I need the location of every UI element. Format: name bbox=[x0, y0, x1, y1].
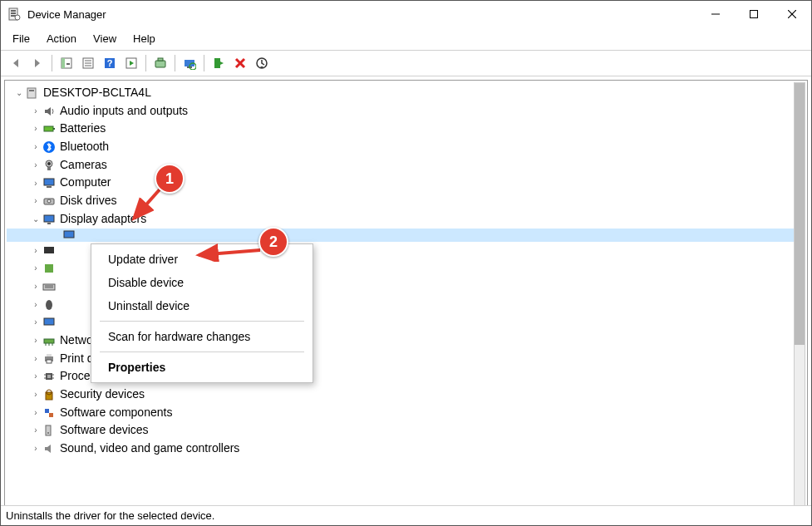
bluetooth-icon bbox=[42, 140, 57, 154]
expand-icon[interactable]: › bbox=[30, 159, 42, 172]
expand-icon[interactable]: › bbox=[30, 370, 42, 383]
tree-label: Sound, video and game controllers bbox=[60, 440, 239, 458]
ctx-uninstall-device[interactable]: Uninstall device bbox=[91, 294, 312, 317]
tree-node-bluetooth[interactable]: › Bluetooth bbox=[7, 138, 805, 156]
expand-icon[interactable]: › bbox=[30, 105, 42, 118]
svg-line-69 bbox=[134, 189, 160, 219]
tree-node-cameras[interactable]: › Cameras bbox=[7, 156, 805, 175]
camera-icon bbox=[42, 159, 57, 172]
svg-rect-50 bbox=[44, 339, 54, 343]
svg-rect-36 bbox=[44, 179, 54, 185]
tree-node-security[interactable]: › Security devices bbox=[7, 386, 805, 404]
ctx-separator bbox=[100, 351, 304, 352]
status-text: Uninstalls the driver for the selected d… bbox=[6, 509, 214, 522]
scrollbar-thumb[interactable] bbox=[795, 83, 805, 345]
tree-label: Bluetooth bbox=[60, 138, 109, 156]
menu-view[interactable]: View bbox=[85, 29, 125, 48]
expand-icon[interactable]: ⌄ bbox=[30, 213, 42, 226]
component-icon bbox=[42, 406, 57, 420]
tree-label: Security devices bbox=[60, 386, 145, 404]
toolbar-separator bbox=[204, 55, 204, 71]
tree-label: DESKTOP-BCLTA4L bbox=[43, 84, 151, 102]
minimize-button[interactable] bbox=[696, 1, 735, 27]
svg-rect-56 bbox=[47, 360, 52, 363]
app-icon bbox=[7, 7, 21, 21]
audio-icon bbox=[42, 105, 57, 118]
toolbar-separator bbox=[175, 55, 175, 71]
tree-node-batteries[interactable]: › Batteries bbox=[7, 120, 805, 138]
forward-button[interactable] bbox=[27, 53, 47, 73]
disable-device-button[interactable] bbox=[252, 53, 272, 73]
svg-rect-55 bbox=[47, 354, 52, 356]
svg-point-4 bbox=[15, 15, 20, 20]
tree-node-swdev[interactable]: › Software devices bbox=[7, 421, 805, 440]
monitor-icon bbox=[42, 316, 57, 329]
menu-bar: File Action View Help bbox=[1, 27, 811, 51]
expand-icon[interactable]: › bbox=[30, 122, 42, 135]
expand-icon[interactable]: › bbox=[30, 177, 42, 190]
svg-text:?: ? bbox=[107, 58, 113, 68]
update-driver-button[interactable] bbox=[150, 53, 170, 73]
annotation-callout-1: 1 bbox=[155, 164, 185, 194]
tree-label: Computer bbox=[60, 174, 111, 192]
properties-button[interactable] bbox=[78, 53, 98, 73]
tree-label: Disk drives bbox=[60, 192, 116, 210]
svg-rect-42 bbox=[64, 231, 74, 238]
menu-help[interactable]: Help bbox=[125, 29, 164, 48]
tree-node-sound[interactable]: › Sound, video and game controllers bbox=[7, 440, 805, 458]
softdevice-icon bbox=[42, 424, 57, 437]
expand-icon[interactable]: › bbox=[30, 388, 42, 401]
cpu-icon bbox=[42, 370, 57, 383]
expand-icon[interactable]: › bbox=[30, 140, 42, 154]
menu-action[interactable]: Action bbox=[38, 29, 85, 48]
svg-rect-19 bbox=[155, 61, 165, 67]
svg-rect-49 bbox=[44, 318, 54, 325]
tree-label bbox=[60, 242, 63, 260]
scan-hardware-button[interactable] bbox=[180, 53, 199, 73]
svg-rect-67 bbox=[46, 425, 51, 435]
tree-node-display-child[interactable] bbox=[7, 229, 805, 242]
help-button[interactable]: ? bbox=[100, 53, 120, 73]
menu-file[interactable]: File bbox=[4, 29, 38, 48]
maximize-button[interactable] bbox=[735, 1, 773, 27]
ctx-disable-device[interactable]: Disable device bbox=[91, 271, 312, 294]
show-hide-tree-button[interactable] bbox=[57, 53, 76, 73]
uninstall-device-button[interactable] bbox=[230, 53, 250, 73]
expand-icon[interactable]: › bbox=[30, 352, 42, 366]
action-button[interactable] bbox=[121, 53, 141, 73]
expand-icon[interactable]: › bbox=[30, 334, 42, 347]
disk-icon bbox=[42, 194, 57, 208]
close-button[interactable] bbox=[773, 1, 811, 27]
svg-rect-66 bbox=[49, 413, 53, 417]
ctx-scan-hardware[interactable]: Scan for hardware changes bbox=[91, 325, 312, 348]
expand-icon[interactable]: › bbox=[30, 424, 42, 437]
tree-label: Audio inputs and outputs bbox=[60, 102, 188, 120]
expand-icon[interactable]: › bbox=[30, 194, 42, 208]
expand-icon[interactable]: › bbox=[30, 442, 42, 455]
device-icon bbox=[42, 262, 57, 275]
svg-rect-65 bbox=[45, 409, 49, 413]
svg-rect-40 bbox=[44, 215, 54, 222]
svg-rect-29 bbox=[29, 90, 34, 91]
tree-node-swcomp[interactable]: › Software components bbox=[7, 404, 805, 422]
enable-device-button[interactable] bbox=[209, 53, 229, 73]
tree-label: Cameras bbox=[60, 156, 107, 175]
tree-node-audio[interactable]: › Audio inputs and outputs bbox=[7, 102, 805, 120]
ctx-properties[interactable]: Properties bbox=[91, 356, 312, 379]
tree-label bbox=[60, 259, 63, 278]
back-button[interactable] bbox=[6, 53, 26, 73]
expand-icon[interactable]: › bbox=[30, 406, 42, 420]
context-menu: Update driver Disable device Uninstall d… bbox=[91, 243, 313, 383]
scrollbar[interactable] bbox=[794, 82, 805, 520]
svg-rect-2 bbox=[11, 12, 16, 14]
tree-root[interactable]: ⌄ DESKTOP-BCLTA4L bbox=[7, 84, 805, 102]
svg-line-70 bbox=[199, 250, 260, 255]
svg-point-34 bbox=[47, 162, 51, 165]
svg-point-68 bbox=[47, 432, 49, 434]
status-bar: Uninstalls the driver for the selected d… bbox=[1, 505, 811, 525]
keyboard-icon bbox=[42, 280, 57, 293]
window-controls bbox=[696, 1, 811, 27]
window-title: Device Manager bbox=[27, 8, 696, 21]
toolbar: ? bbox=[1, 51, 811, 76]
expand-icon[interactable]: ⌄ bbox=[13, 86, 25, 100]
